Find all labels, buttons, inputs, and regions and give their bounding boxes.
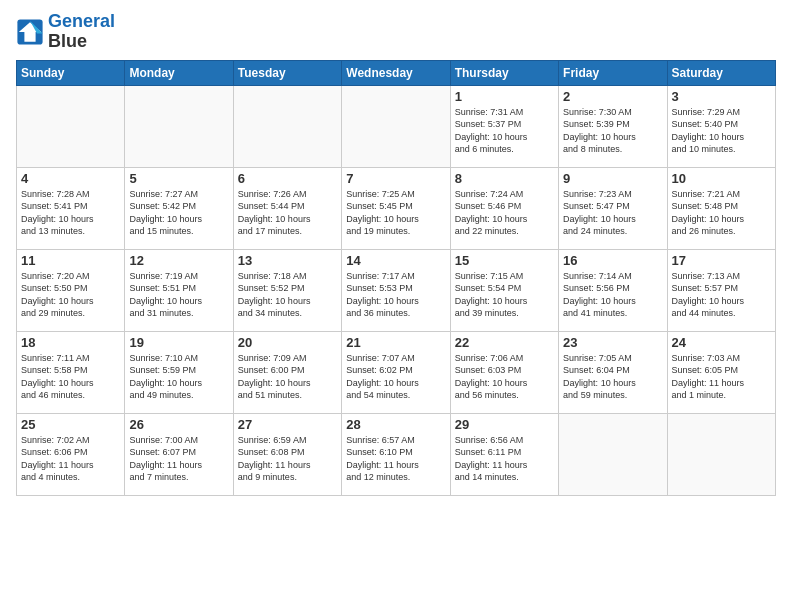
calendar-cell xyxy=(125,85,233,167)
day-info: Sunrise: 7:06 AM Sunset: 6:03 PM Dayligh… xyxy=(455,352,554,402)
day-info: Sunrise: 7:25 AM Sunset: 5:45 PM Dayligh… xyxy=(346,188,445,238)
day-info: Sunrise: 7:27 AM Sunset: 5:42 PM Dayligh… xyxy=(129,188,228,238)
day-info: Sunrise: 7:21 AM Sunset: 5:48 PM Dayligh… xyxy=(672,188,771,238)
day-info: Sunrise: 7:05 AM Sunset: 6:04 PM Dayligh… xyxy=(563,352,662,402)
calendar-cell: 2Sunrise: 7:30 AM Sunset: 5:39 PM Daylig… xyxy=(559,85,667,167)
day-number: 1 xyxy=(455,89,554,104)
day-number: 8 xyxy=(455,171,554,186)
day-number: 24 xyxy=(672,335,771,350)
day-number: 13 xyxy=(238,253,337,268)
day-number: 15 xyxy=(455,253,554,268)
header: General Blue xyxy=(16,12,776,52)
day-info: Sunrise: 7:11 AM Sunset: 5:58 PM Dayligh… xyxy=(21,352,120,402)
day-info: Sunrise: 7:02 AM Sunset: 6:06 PM Dayligh… xyxy=(21,434,120,484)
calendar-cell: 6Sunrise: 7:26 AM Sunset: 5:44 PM Daylig… xyxy=(233,167,341,249)
calendar-cell: 26Sunrise: 7:00 AM Sunset: 6:07 PM Dayli… xyxy=(125,413,233,495)
calendar-cell: 3Sunrise: 7:29 AM Sunset: 5:40 PM Daylig… xyxy=(667,85,775,167)
day-header-friday: Friday xyxy=(559,60,667,85)
calendar-cell: 4Sunrise: 7:28 AM Sunset: 5:41 PM Daylig… xyxy=(17,167,125,249)
day-number: 9 xyxy=(563,171,662,186)
calendar-cell: 5Sunrise: 7:27 AM Sunset: 5:42 PM Daylig… xyxy=(125,167,233,249)
day-header-monday: Monday xyxy=(125,60,233,85)
calendar-cell: 18Sunrise: 7:11 AM Sunset: 5:58 PM Dayli… xyxy=(17,331,125,413)
day-header-saturday: Saturday xyxy=(667,60,775,85)
day-number: 17 xyxy=(672,253,771,268)
day-number: 18 xyxy=(21,335,120,350)
day-number: 11 xyxy=(21,253,120,268)
day-info: Sunrise: 7:00 AM Sunset: 6:07 PM Dayligh… xyxy=(129,434,228,484)
day-number: 23 xyxy=(563,335,662,350)
day-info: Sunrise: 7:07 AM Sunset: 6:02 PM Dayligh… xyxy=(346,352,445,402)
day-number: 28 xyxy=(346,417,445,432)
week-row-3: 11Sunrise: 7:20 AM Sunset: 5:50 PM Dayli… xyxy=(17,249,776,331)
day-info: Sunrise: 7:20 AM Sunset: 5:50 PM Dayligh… xyxy=(21,270,120,320)
day-header-tuesday: Tuesday xyxy=(233,60,341,85)
calendar-cell xyxy=(559,413,667,495)
day-header-thursday: Thursday xyxy=(450,60,558,85)
day-info: Sunrise: 6:56 AM Sunset: 6:11 PM Dayligh… xyxy=(455,434,554,484)
calendar-cell: 29Sunrise: 6:56 AM Sunset: 6:11 PM Dayli… xyxy=(450,413,558,495)
calendar-cell: 17Sunrise: 7:13 AM Sunset: 5:57 PM Dayli… xyxy=(667,249,775,331)
calendar-cell: 9Sunrise: 7:23 AM Sunset: 5:47 PM Daylig… xyxy=(559,167,667,249)
day-info: Sunrise: 7:26 AM Sunset: 5:44 PM Dayligh… xyxy=(238,188,337,238)
logo-icon xyxy=(16,18,44,46)
day-header-sunday: Sunday xyxy=(17,60,125,85)
calendar-cell: 1Sunrise: 7:31 AM Sunset: 5:37 PM Daylig… xyxy=(450,85,558,167)
logo: General Blue xyxy=(16,12,115,52)
day-number: 25 xyxy=(21,417,120,432)
header-row: SundayMondayTuesdayWednesdayThursdayFrid… xyxy=(17,60,776,85)
day-number: 12 xyxy=(129,253,228,268)
day-number: 3 xyxy=(672,89,771,104)
day-info: Sunrise: 7:30 AM Sunset: 5:39 PM Dayligh… xyxy=(563,106,662,156)
day-info: Sunrise: 7:17 AM Sunset: 5:53 PM Dayligh… xyxy=(346,270,445,320)
day-number: 22 xyxy=(455,335,554,350)
week-row-5: 25Sunrise: 7:02 AM Sunset: 6:06 PM Dayli… xyxy=(17,413,776,495)
day-info: Sunrise: 7:24 AM Sunset: 5:46 PM Dayligh… xyxy=(455,188,554,238)
calendar-cell: 19Sunrise: 7:10 AM Sunset: 5:59 PM Dayli… xyxy=(125,331,233,413)
day-info: Sunrise: 7:09 AM Sunset: 6:00 PM Dayligh… xyxy=(238,352,337,402)
calendar-cell xyxy=(342,85,450,167)
day-number: 6 xyxy=(238,171,337,186)
page: General Blue SundayMondayTuesdayWednesda… xyxy=(0,0,792,612)
logo-text: General Blue xyxy=(48,12,115,52)
week-row-4: 18Sunrise: 7:11 AM Sunset: 5:58 PM Dayli… xyxy=(17,331,776,413)
day-info: Sunrise: 7:19 AM Sunset: 5:51 PM Dayligh… xyxy=(129,270,228,320)
day-number: 20 xyxy=(238,335,337,350)
calendar-cell: 12Sunrise: 7:19 AM Sunset: 5:51 PM Dayli… xyxy=(125,249,233,331)
day-info: Sunrise: 7:14 AM Sunset: 5:56 PM Dayligh… xyxy=(563,270,662,320)
calendar-cell xyxy=(17,85,125,167)
day-info: Sunrise: 7:13 AM Sunset: 5:57 PM Dayligh… xyxy=(672,270,771,320)
calendar-cell: 25Sunrise: 7:02 AM Sunset: 6:06 PM Dayli… xyxy=(17,413,125,495)
day-info: Sunrise: 7:15 AM Sunset: 5:54 PM Dayligh… xyxy=(455,270,554,320)
calendar-cell: 20Sunrise: 7:09 AM Sunset: 6:00 PM Dayli… xyxy=(233,331,341,413)
day-number: 14 xyxy=(346,253,445,268)
day-number: 16 xyxy=(563,253,662,268)
calendar-cell: 15Sunrise: 7:15 AM Sunset: 5:54 PM Dayli… xyxy=(450,249,558,331)
day-number: 29 xyxy=(455,417,554,432)
day-number: 2 xyxy=(563,89,662,104)
week-row-1: 1Sunrise: 7:31 AM Sunset: 5:37 PM Daylig… xyxy=(17,85,776,167)
day-number: 26 xyxy=(129,417,228,432)
day-info: Sunrise: 7:29 AM Sunset: 5:40 PM Dayligh… xyxy=(672,106,771,156)
day-info: Sunrise: 7:18 AM Sunset: 5:52 PM Dayligh… xyxy=(238,270,337,320)
calendar-cell: 10Sunrise: 7:21 AM Sunset: 5:48 PM Dayli… xyxy=(667,167,775,249)
day-number: 19 xyxy=(129,335,228,350)
calendar-cell xyxy=(233,85,341,167)
day-header-wednesday: Wednesday xyxy=(342,60,450,85)
calendar-cell: 7Sunrise: 7:25 AM Sunset: 5:45 PM Daylig… xyxy=(342,167,450,249)
calendar-cell: 16Sunrise: 7:14 AM Sunset: 5:56 PM Dayli… xyxy=(559,249,667,331)
day-info: Sunrise: 7:28 AM Sunset: 5:41 PM Dayligh… xyxy=(21,188,120,238)
calendar-table: SundayMondayTuesdayWednesdayThursdayFrid… xyxy=(16,60,776,496)
day-info: Sunrise: 7:31 AM Sunset: 5:37 PM Dayligh… xyxy=(455,106,554,156)
calendar-cell: 22Sunrise: 7:06 AM Sunset: 6:03 PM Dayli… xyxy=(450,331,558,413)
day-number: 7 xyxy=(346,171,445,186)
day-info: Sunrise: 7:10 AM Sunset: 5:59 PM Dayligh… xyxy=(129,352,228,402)
day-number: 10 xyxy=(672,171,771,186)
calendar-cell: 13Sunrise: 7:18 AM Sunset: 5:52 PM Dayli… xyxy=(233,249,341,331)
calendar-cell: 21Sunrise: 7:07 AM Sunset: 6:02 PM Dayli… xyxy=(342,331,450,413)
calendar-cell: 11Sunrise: 7:20 AM Sunset: 5:50 PM Dayli… xyxy=(17,249,125,331)
calendar-cell: 8Sunrise: 7:24 AM Sunset: 5:46 PM Daylig… xyxy=(450,167,558,249)
calendar-cell: 28Sunrise: 6:57 AM Sunset: 6:10 PM Dayli… xyxy=(342,413,450,495)
day-info: Sunrise: 7:23 AM Sunset: 5:47 PM Dayligh… xyxy=(563,188,662,238)
day-number: 21 xyxy=(346,335,445,350)
